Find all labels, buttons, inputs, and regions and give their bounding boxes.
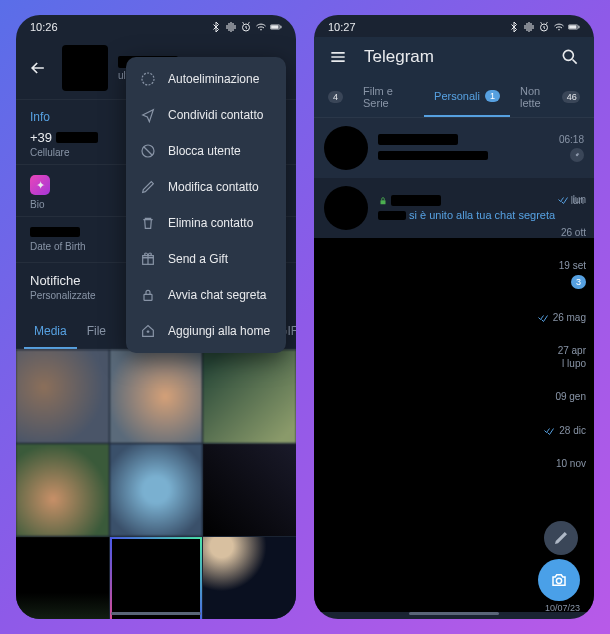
battery-icon xyxy=(270,21,282,33)
double-check-icon xyxy=(537,311,549,323)
menu-add-home[interactable]: Aggiungi alla home xyxy=(126,313,286,349)
alarm-icon xyxy=(240,21,252,33)
menu-secret-chat[interactable]: Avvia chat segreta xyxy=(126,277,286,313)
camera-button[interactable] xyxy=(538,559,580,601)
status-time: 10:26 xyxy=(30,21,58,33)
menu-block[interactable]: Blocca utente xyxy=(126,133,286,169)
bluetooth-icon xyxy=(508,21,520,33)
secret-chat-msg: si è unito alla tua chat segreta xyxy=(409,209,555,221)
media-item[interactable] xyxy=(203,350,296,443)
trash-icon xyxy=(140,215,156,231)
media-item[interactable] xyxy=(110,444,203,537)
tab-personali[interactable]: Personali 1 xyxy=(424,77,510,117)
tab-nonlette[interactable]: Non lette 46 xyxy=(510,77,590,117)
media-item[interactable] xyxy=(110,537,203,619)
svg-rect-10 xyxy=(578,26,579,28)
chat-preview-partial: l lupo xyxy=(562,358,586,369)
double-check-icon xyxy=(557,193,569,205)
pin-icon xyxy=(570,148,584,162)
menu-delete[interactable]: Elimina contatto xyxy=(126,205,286,241)
media-grid xyxy=(16,350,296,619)
alarm-icon xyxy=(538,21,550,33)
bluetooth-icon xyxy=(210,21,222,33)
vibrate-icon xyxy=(225,21,237,33)
context-menu: Autoeliminazione Condividi contatto Bloc… xyxy=(126,57,286,353)
media-item[interactable] xyxy=(203,537,296,619)
search-icon[interactable] xyxy=(560,47,580,67)
notif-title: Notifiche xyxy=(30,273,96,288)
chat-avatar xyxy=(324,126,368,170)
svg-rect-14 xyxy=(381,200,386,204)
menu-edit[interactable]: Modifica contatto xyxy=(126,169,286,205)
notif-subtitle: Personalizzate xyxy=(30,290,96,301)
media-item[interactable] xyxy=(110,350,203,443)
chevron-right-icon xyxy=(271,72,272,86)
vibrate-icon xyxy=(523,21,535,33)
status-icons xyxy=(210,21,282,33)
menu-share-contact[interactable]: Condividi contatto xyxy=(126,97,286,133)
profile-screen: 10:26 ultimo access Info +39 Cellulare ✦… xyxy=(16,15,296,619)
tab-film[interactable]: Film e Serie xyxy=(353,77,424,117)
compose-button[interactable] xyxy=(544,521,578,555)
double-check-icon xyxy=(543,424,555,436)
wifi-icon xyxy=(553,21,565,33)
svg-point-4 xyxy=(142,73,154,85)
avatar[interactable] xyxy=(62,45,108,91)
status-time: 10:27 xyxy=(328,21,356,33)
battery-icon xyxy=(568,21,580,33)
chat-time: 06:18 xyxy=(559,134,584,145)
media-item[interactable] xyxy=(203,444,296,537)
chat-preview-redacted xyxy=(378,151,488,160)
timestamps-column: lun 26 ott 19 set 3 26 mag 27 apr l lupo… xyxy=(537,193,586,469)
lock-icon xyxy=(378,196,388,206)
back-arrow-icon[interactable] xyxy=(28,58,48,78)
home-indicator[interactable] xyxy=(111,612,201,615)
svg-point-15 xyxy=(556,578,561,583)
timer-icon xyxy=(140,71,156,87)
status-bar: 10:27 xyxy=(314,15,594,37)
menu-gift[interactable]: Send a Gift xyxy=(126,241,286,277)
menu-autodelete[interactable]: Autoeliminazione xyxy=(126,61,286,97)
media-item[interactable] xyxy=(16,537,109,619)
chat-name-redacted xyxy=(391,195,441,206)
chat-list-screen: 10:27 Telegram 4 Film e Serie Personali … xyxy=(314,15,594,619)
tab-file[interactable]: File xyxy=(77,315,116,349)
svg-point-13 xyxy=(576,154,579,157)
dob-value-redacted xyxy=(30,227,80,237)
tab-nonlette-badge: 46 xyxy=(562,91,580,103)
bottom-date: 10/07/23 xyxy=(545,603,580,613)
home-plus-icon xyxy=(140,323,156,339)
bio-app-icon: ✦ xyxy=(30,175,50,195)
status-bar: 10:26 xyxy=(16,15,296,37)
tab-personali-badge: 1 xyxy=(485,90,500,102)
svg-rect-7 xyxy=(144,294,152,300)
home-indicator[interactable] xyxy=(409,612,499,615)
media-item[interactable] xyxy=(16,444,109,537)
svg-point-12 xyxy=(563,50,573,60)
share-icon xyxy=(140,107,156,123)
tab-media[interactable]: Media xyxy=(24,315,77,349)
gift-icon xyxy=(140,251,156,267)
svg-rect-11 xyxy=(569,26,576,29)
tab-all[interactable]: 4 xyxy=(318,77,353,117)
menu-icon[interactable] xyxy=(328,47,348,67)
chat-avatar xyxy=(324,186,368,230)
pencil-icon xyxy=(552,529,570,547)
status-icons xyxy=(508,21,580,33)
lock-icon xyxy=(140,287,156,303)
wifi-icon xyxy=(255,21,267,33)
app-header: Telegram xyxy=(314,37,594,77)
unread-badge: 3 xyxy=(571,275,586,289)
pencil-icon xyxy=(140,179,156,195)
svg-rect-3 xyxy=(271,26,278,29)
tab-all-badge: 4 xyxy=(328,91,343,103)
app-title: Telegram xyxy=(364,47,544,67)
svg-rect-2 xyxy=(280,26,281,28)
block-icon xyxy=(140,143,156,159)
media-item[interactable] xyxy=(16,350,109,443)
camera-icon xyxy=(550,571,568,589)
folder-tabs: 4 Film e Serie Personali 1 Non lette 46 xyxy=(314,77,594,118)
chat-row[interactable]: 06:18 xyxy=(314,118,594,178)
chat-name-redacted xyxy=(378,134,458,145)
